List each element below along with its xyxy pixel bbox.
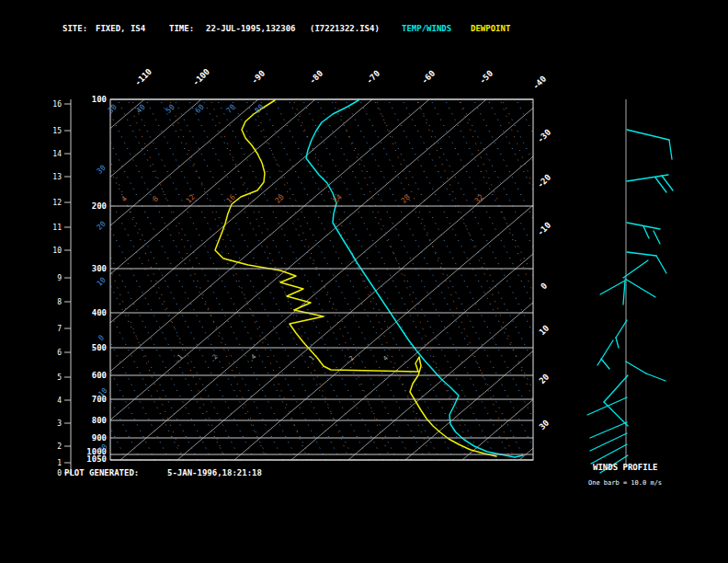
isotherm-line [291,99,714,460]
mixing-ratio-label: .4 [247,353,258,364]
dry-adiabat-line [530,99,711,460]
moist-adiabat-line [583,99,722,460]
dry-adiabat-line [416,99,597,460]
thetaw-label: 20 [274,193,286,205]
theta-label-left: -10 [94,386,109,402]
dry-adiabat-line [0,99,127,460]
theta-label-top: 30 [107,103,119,115]
dry-adiabat-line [131,99,312,460]
dry-adiabat-line [346,99,526,460]
pressure-tick-label: 100 [92,95,107,104]
height-tick-label: 4 [57,396,62,405]
isotherm-label-right: -10 [536,221,553,238]
isotherm-label-right: 20 [538,373,552,386]
dry-adiabat-line [232,99,412,460]
height-tick-label: 1 [57,459,62,467]
wind-barb-segment [626,362,646,373]
wind-barb-segment [669,140,672,159]
dry-adiabat-line [175,99,355,460]
height-tick-label: 11 [52,224,62,232]
moist-adiabat-line [252,99,391,460]
dry-adiabat-line [118,99,298,460]
dry-adiabat-line [488,99,668,460]
theta-label-top: 70 [225,103,237,115]
dry-adiabat-line [460,99,640,460]
dry-adiabat-line [502,99,682,460]
dry-adiabat-line [245,99,426,460]
dewpoint-curve [215,100,496,456]
height-tick-label: 10 [52,247,62,255]
wind-barb-segment [587,397,627,415]
isotherm-line [177,99,600,460]
dry-adiabat-line [89,99,269,460]
wind-barb-segment [625,279,655,297]
dry-adiabat-line [103,99,283,460]
wind-barb-segment [604,402,628,426]
wind-barb-segment [656,256,666,273]
isotherm-line [63,99,486,460]
dry-adiabat-line [289,99,469,460]
dry-adiabat-line [331,99,511,460]
dry-adiabat-line [4,99,184,460]
wind-barb-segment [616,320,627,338]
height-tick-label: 16 [52,100,62,109]
plot-generated-label: PLOT GENERATED: [64,468,139,477]
thetaw-label: 28 [400,193,412,205]
wind-barb-segment [627,130,669,140]
theta-label-top: 50 [165,103,176,115]
moist-adiabat-line [210,99,349,460]
height-tick-label: 14 [52,150,62,158]
sounding-plot-screen: SITE: FIXED, IS4 TIME: 22-JUL-1995,13230… [0,0,728,563]
isotherm-label-right: 10 [538,324,552,338]
moist-adiabat-line [541,99,680,460]
dry-adiabat-line [17,99,198,460]
theta-label-left: 30 [96,164,108,176]
moist-adiabat-line [128,99,267,460]
dry-adiabat-line [517,99,697,460]
theta-label-left: 0 [97,333,106,342]
isotherm-line [234,99,657,460]
dry-adiabat-line [0,99,169,460]
moist-adiabat-line [86,99,225,460]
dry-adiabat-line [46,99,226,460]
dry-adiabat-line [160,99,340,460]
wind-barb-segment [643,226,649,238]
plot-interior [0,99,728,460]
winds-profile-title: WINDS PROFILE [593,463,657,472]
isotherm-label-right: -30 [536,128,553,145]
height-tick-label: 6 [57,349,62,357]
height-tick-label: 13 [52,173,62,181]
plot-border [110,99,533,460]
isotherm-label-top: -100 [191,67,211,87]
isotherm-line [120,99,543,460]
wind-barb-segment [646,373,665,381]
isotherm-label-right: -20 [536,173,553,190]
mixing-ratio-label: .2 [209,353,220,364]
theta-label-top: 40 [135,103,147,115]
wind-barb-segment [623,281,625,304]
dry-adiabat-line [388,99,568,460]
wind-barb-segment [623,260,648,278]
height-tick-label: 5 [57,373,62,382]
pressure-tick-label: 500 [92,343,107,352]
isotherm-label-top: -70 [365,69,382,86]
isotherm-line [0,99,258,460]
dry-adiabat-line [359,99,540,460]
height-tick-label: 15 [52,127,62,135]
pressure-tick-label: 800 [92,416,107,425]
dry-adiabat-line [302,99,483,460]
wind-barb-segment [597,340,613,365]
thetaw-label: 12 [185,193,197,205]
dry-adiabat-line [188,99,369,460]
moist-adiabat-line [417,99,556,460]
isotherm-line [0,99,315,460]
isotherm-line [519,99,728,460]
thetaw-label: 4 [119,194,129,203]
isotherm-line [0,99,144,460]
dry-adiabat-line [203,99,383,460]
dry-adiabat-line [274,99,454,460]
pressure-tick-label: 600 [92,371,107,380]
wind-barb-segment [601,359,609,369]
mixing-ratio-label: 4 [381,354,390,362]
height-tick-label: 0 [57,469,62,477]
